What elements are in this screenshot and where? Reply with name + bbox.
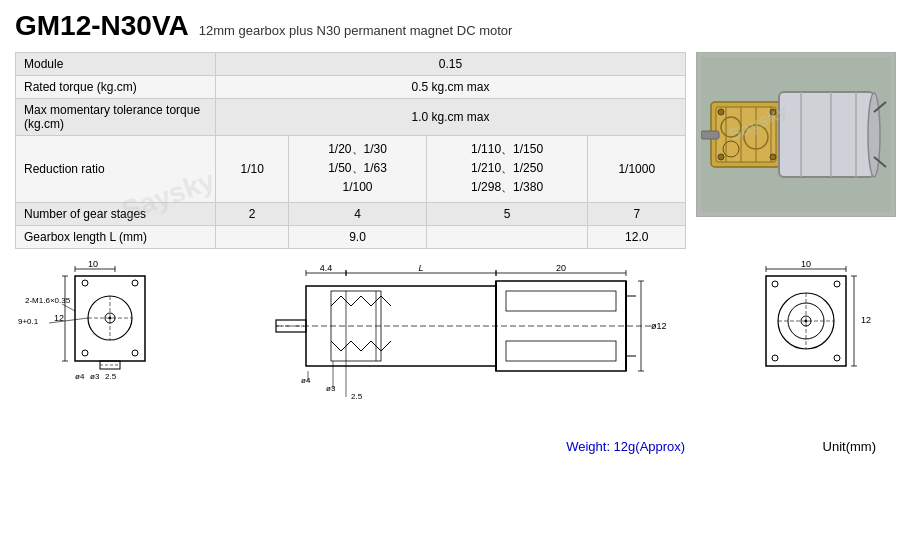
value-gearbox-length-4: 12.0 [588,225,686,248]
svg-point-11 [868,93,880,177]
value-reduction-2: 1/20、1/301/50、1/631/100 [289,136,426,203]
svg-point-97 [834,281,840,287]
diagrams-section: 10 2-M1.6×0.35 [15,261,896,431]
svg-text:12: 12 [861,315,871,325]
svg-text:2.5: 2.5 [351,392,363,401]
svg-point-34 [82,280,88,286]
label-reduction-ratio: Reduction ratio [16,136,216,203]
svg-point-18 [718,154,724,160]
value-gear-stages-2: 4 [289,202,426,225]
value-gearbox-length-1 [216,225,289,248]
svg-text:ø3: ø3 [90,372,100,381]
svg-text:L: L [418,263,423,273]
value-gear-stages-4: 7 [588,202,686,225]
specs-table: Module 0.15 Rated torque (kg.cm) 0.5 kg.… [15,52,686,249]
value-reduction-1: 1/10 [216,136,289,203]
svg-text:4.4: 4.4 [319,263,332,273]
value-rated-torque: 0.5 kg.cm max [216,76,686,99]
svg-text:ø4: ø4 [301,376,311,385]
table-row-reduction: Reduction ratio 1/10 1/20、1/301/50、1/631… [16,136,686,203]
model-name: GM12-N30VA [15,10,189,42]
label-gearbox-length: Gearbox length L (mm) [16,225,216,248]
svg-rect-15 [701,131,719,139]
svg-text:10: 10 [801,261,811,269]
svg-point-98 [772,355,778,361]
product-image-box: Saysky [696,52,896,217]
value-module: 0.15 [216,53,686,76]
value-gearbox-length-3 [426,225,588,248]
unit-label: Unit(mm) [823,439,876,454]
bottom-row: Weight: 12g(Approx) Unit(mm) [15,439,896,454]
model-description: 12mm gearbox plus N30 permanent magnet D… [199,23,513,38]
table-row: Number of gear stages 2 4 5 7 [16,202,686,225]
value-gearbox-length-2: 9.0 [289,225,426,248]
motor-image [701,57,891,212]
table-row: Max momentary tolerance torque (kg.cm) 1… [16,99,686,136]
value-max-torque: 1.0 kg.cm max [216,99,686,136]
svg-text:10: 10 [88,261,98,269]
svg-line-27 [62,304,75,311]
value-gear-stages-1: 2 [216,202,289,225]
content-row: Module 0.15 Rated torque (kg.cm) 0.5 kg.… [15,52,896,249]
label-max-torque: Max momentary tolerance torque (kg.cm) [16,99,216,136]
svg-text:20: 20 [555,263,565,273]
svg-point-35 [132,280,138,286]
svg-point-37 [132,350,138,356]
diagram-side-view: 4.4 L 20 [266,261,666,431]
svg-text:ø4: ø4 [75,372,85,381]
svg-rect-69 [506,291,616,311]
svg-text:2.5: 2.5 [105,372,117,381]
diagram-back-view: 10 [736,261,896,431]
svg-text:ø12: ø12 [651,321,666,331]
label-module: Module [16,53,216,76]
value-gear-stages-3: 5 [426,202,588,225]
diagram-front-view: 10 2-M1.6×0.35 [15,261,195,431]
svg-rect-10 [779,92,874,177]
header: GM12-N30VA 12mm gearbox plus N30 permane… [15,10,896,42]
svg-point-96 [772,281,778,287]
table-row: Module 0.15 [16,53,686,76]
back-view-svg: 10 [736,261,896,431]
svg-rect-70 [506,341,616,361]
label-rated-torque: Rated torque (kg.cm) [16,76,216,99]
svg-point-17 [770,109,776,115]
table-row: Rated torque (kg.cm) 0.5 kg.cm max [16,76,686,99]
spacer [35,439,429,454]
svg-text:ø3: ø3 [326,384,336,393]
side-view-svg: 4.4 L 20 [266,261,666,431]
weight-label: Weight: 12g(Approx) [429,439,823,454]
svg-text:2-M1.6×0.35: 2-M1.6×0.35 [25,296,71,305]
svg-point-16 [718,109,724,115]
value-reduction-3: 1/110、1/1501/210、1/2501/298、1/380 [426,136,588,203]
front-view-svg: 10 2-M1.6×0.35 [15,261,195,431]
main-container: GM12-N30VA 12mm gearbox plus N30 permane… [0,0,911,549]
label-gear-stages: Number of gear stages [16,202,216,225]
svg-point-99 [834,355,840,361]
svg-point-19 [770,154,776,160]
table-row: Gearbox length L (mm) 9.0 12.0 [16,225,686,248]
svg-point-36 [82,350,88,356]
value-reduction-4: 1/1000 [588,136,686,203]
svg-text:9+0.1: 9+0.1 [18,317,39,326]
